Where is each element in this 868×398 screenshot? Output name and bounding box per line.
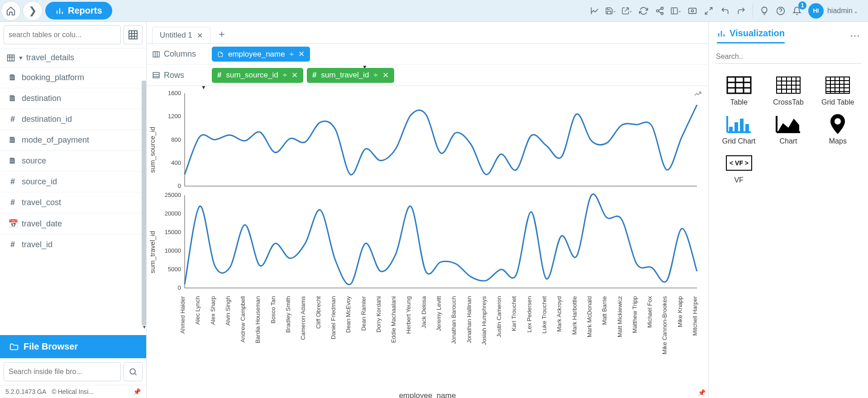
tab-untitled-1[interactable]: Untitled 1 ✕ [152, 27, 210, 43]
refresh-button[interactable] [636, 3, 651, 19]
remove-pill-icon[interactable]: ✕ [291, 71, 298, 80]
viz-type-table[interactable]: Table [715, 74, 763, 108]
pill-sum-source-id[interactable]: # sum_source_id ÷ ✕ [212, 68, 303, 83]
help-button[interactable] [773, 3, 788, 19]
field-travel_id[interactable]: #travel_id [0, 234, 146, 255]
field-travel_date[interactable]: 📅travel_date [0, 213, 146, 234]
file-search-button[interactable] [124, 362, 143, 381]
field-label: destination [22, 94, 61, 103]
svg-rect-109 [734, 122, 738, 132]
viz-type-vf[interactable]: < VF >VF [715, 152, 763, 186]
share-button[interactable] [652, 3, 668, 19]
svg-text:Jonathan Hallinan: Jonathan Hallinan [466, 296, 472, 343]
viz-type-grid-table[interactable]: Grid Table [814, 74, 862, 108]
layout-button[interactable] [668, 3, 684, 19]
svg-text:Justin Cameron: Justin Cameron [496, 296, 502, 337]
user-menu[interactable]: hiadmin [827, 7, 858, 15]
svg-point-3 [661, 7, 663, 9]
visualization-tab[interactable]: Visualization [717, 28, 785, 43]
field-source_id[interactable]: #source_id [0, 171, 146, 192]
field-label: destination_id [22, 115, 72, 124]
fullscreen-button[interactable] [701, 3, 716, 19]
table-view-toggle[interactable] [124, 25, 143, 44]
chart-mode-button[interactable] [587, 3, 602, 19]
undo-button[interactable] [717, 3, 733, 19]
svg-text:Matt Mickiewicz: Matt Mickiewicz [616, 296, 623, 338]
redo-button[interactable] [734, 3, 749, 19]
pill-label: employee_name [228, 50, 285, 59]
columns-icon [152, 50, 160, 58]
notification-badge: 1 [798, 1, 806, 10]
reports-tab[interactable]: Reports [45, 2, 112, 19]
svg-text:Bardia Houseman: Bardia Houseman [254, 296, 261, 343]
viz-type-crosstab[interactable]: CrossTab [764, 74, 812, 108]
pill-sum-travel-id[interactable]: # sum_travel_id ÷ ✕ [307, 68, 394, 83]
chart-svg: 0400800120016000500010000150002000025000… [149, 89, 701, 388]
undo-icon [720, 6, 730, 15]
table-name: travel_details [26, 53, 74, 62]
export-button[interactable] [620, 3, 635, 19]
avatar[interactable]: HI [808, 3, 824, 19]
columns-shelf[interactable]: Columns employee_name ÷ ✕ ▼ [147, 44, 708, 65]
field-destination[interactable]: 🗎destination [0, 88, 146, 109]
hash-icon: # [8, 177, 17, 187]
version-label: 5.2.0.1473 GA [5, 388, 46, 395]
svg-text:Dean Ramler: Dean Ramler [360, 296, 367, 331]
svg-text:Mark Harbottle: Mark Harbottle [571, 296, 578, 335]
bar-chart-icon [55, 6, 64, 15]
divide-icon: ÷ [290, 50, 294, 59]
svg-text:Matt Barrie: Matt Barrie [601, 296, 608, 325]
doc-icon: 🗎 [8, 135, 17, 145]
file-search-input[interactable] [4, 362, 121, 381]
panel-more-button[interactable]: ⋯ [850, 30, 860, 42]
pin-icon[interactable]: 📌 [133, 388, 141, 395]
chart-icon [774, 115, 802, 134]
breadcrumb-chevron[interactable]: ❯ [23, 1, 43, 21]
svg-point-11 [691, 10, 693, 12]
svg-rect-110 [740, 119, 744, 132]
pill-label: sum_travel_id [321, 71, 369, 80]
eye-icon [688, 6, 697, 15]
field-booking_platform[interactable]: 🗎booking_platform [0, 67, 146, 88]
add-tab-button[interactable]: ＋ [212, 24, 231, 43]
sidebar-scrollbar[interactable] [142, 81, 146, 326]
file-browser-button[interactable]: File Browser [0, 335, 146, 358]
table-header[interactable]: ▼ travel_details [0, 48, 146, 67]
trend-toggle-button[interactable] [694, 90, 702, 100]
viz-type-maps[interactable]: Maps [814, 113, 862, 147]
table-search-input[interactable] [4, 25, 121, 44]
home-button[interactable] [1, 1, 21, 21]
viz-label: Table [730, 98, 748, 106]
svg-point-5 [661, 12, 663, 14]
field-mode_of_payment[interactable]: 🗎mode_of_payment [0, 129, 146, 150]
file-browser-label: File Browser [24, 341, 78, 352]
viz-label: Grid Chart [722, 137, 756, 145]
svg-text:5000: 5000 [168, 266, 181, 273]
field-destination_id[interactable]: #destination_id [0, 109, 146, 129]
svg-point-4 [656, 10, 658, 12]
svg-point-25 [130, 369, 135, 374]
crosstab-icon [774, 76, 802, 95]
rows-shelf[interactable]: Rows # sum_source_id ÷ ✕ # sum_travel_id… [147, 65, 708, 86]
columns-label: Columns [164, 49, 196, 59]
shelves: Columns employee_name ÷ ✕ ▼ Rows [147, 43, 708, 86]
field-list: 🗎booking_platform🗎destination#destinatio… [0, 67, 146, 335]
save-button[interactable] [603, 3, 619, 19]
close-icon[interactable]: ✕ [197, 31, 203, 40]
remove-pill-icon[interactable]: ✕ [382, 71, 389, 80]
viz-search-input[interactable] [715, 50, 862, 64]
viz-type-chart[interactable]: Chart [764, 113, 812, 147]
dropdown-caret-icon: ▼ [201, 86, 206, 91]
preview-button[interactable] [685, 3, 700, 19]
viz-type-grid-chart[interactable]: Grid Chart [715, 113, 763, 147]
svg-text:Jonathan Barouch: Jonathan Barouch [450, 296, 457, 344]
svg-text:Josiah Humphreys: Josiah Humphreys [481, 296, 487, 345]
field-travel_cost[interactable]: #travel_cost [0, 192, 146, 213]
notifications-button[interactable]: 1 [789, 3, 805, 19]
remove-pill-icon[interactable]: ✕ [298, 49, 305, 59]
pin-icon[interactable]: 📌 [698, 389, 706, 396]
field-source[interactable]: 🗎source [0, 150, 146, 171]
hint-button[interactable] [757, 3, 772, 19]
svg-line-6 [658, 11, 661, 13]
pill-employee-name[interactable]: employee_name ÷ ✕ [212, 47, 310, 62]
